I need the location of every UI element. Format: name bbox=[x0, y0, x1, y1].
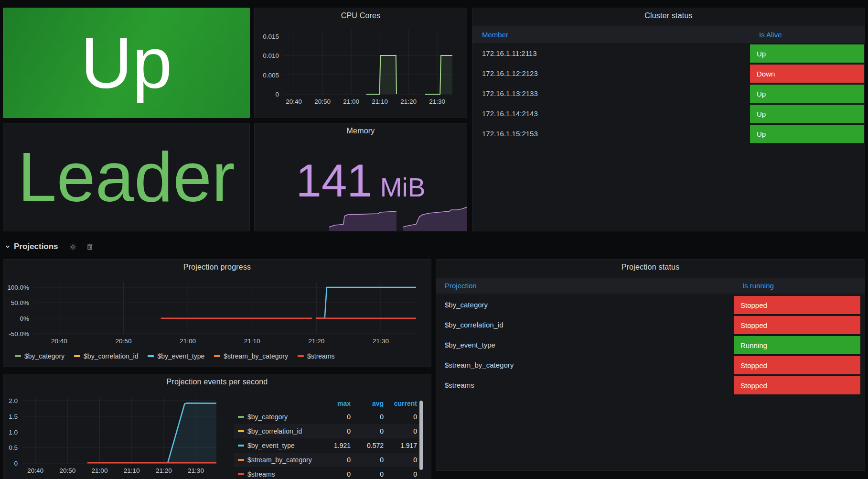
projection-cell: $by_category bbox=[445, 296, 488, 314]
legend-series-name[interactable]: $by_category bbox=[234, 413, 316, 421]
y-tick-label: 50.0% bbox=[3, 299, 29, 306]
projection-status-panel-title[interactable]: Projection status bbox=[436, 263, 865, 272]
series-color-dash bbox=[238, 445, 244, 446]
x-tick-label: 21:20 bbox=[156, 467, 172, 474]
cluster-col-is-alive[interactable]: Is Alive bbox=[759, 26, 782, 43]
x-tick-label: 21:10 bbox=[124, 467, 140, 474]
x-tick-label: 21:00 bbox=[180, 337, 196, 345]
memory-unit: MiB bbox=[380, 174, 426, 201]
legend-label: $by_category bbox=[247, 413, 288, 421]
status-badge: Up bbox=[750, 125, 864, 143]
x-tick-label: 21:20 bbox=[400, 98, 417, 105]
series-color-dash bbox=[15, 355, 21, 357]
status-badge: Down bbox=[750, 65, 864, 83]
series-color-dash bbox=[238, 459, 244, 461]
cpu-cores-panel-title[interactable]: CPU Cores bbox=[255, 11, 467, 20]
member-cell: 172.16.1.12:2123 bbox=[482, 65, 538, 83]
series-color-dash bbox=[74, 355, 80, 357]
memory-value-group: 141 MiB bbox=[255, 158, 467, 204]
up-status-panel: Up bbox=[3, 8, 250, 118]
legend-value-avg: 0 bbox=[351, 470, 384, 478]
x-tick-label: 21:30 bbox=[429, 98, 445, 105]
y-tick-label: 0 bbox=[3, 460, 18, 467]
y-tick-label: 0.010 bbox=[255, 52, 279, 59]
legend-item[interactable]: $by_category bbox=[15, 352, 64, 360]
y-tick-label: 100.0% bbox=[3, 284, 29, 291]
legend-series-name[interactable]: $by_event_type bbox=[234, 442, 316, 449]
chevron-down-icon[interactable] bbox=[5, 244, 11, 250]
projection-progress-panel-title[interactable]: Projection progress bbox=[3, 263, 431, 272]
legend-item[interactable]: $streams bbox=[298, 352, 335, 360]
status-badge: Stopped bbox=[734, 376, 860, 394]
status-badge: Stopped bbox=[734, 356, 860, 374]
x-tick-label: 21:30 bbox=[373, 337, 389, 345]
legend-label[interactable]: $by_correlation_id bbox=[84, 352, 138, 360]
legend-series-name[interactable]: $stream_by_category bbox=[234, 456, 316, 464]
memory-panel: Memory 141 MiB bbox=[254, 123, 467, 231]
memory-panel-title[interactable]: Memory bbox=[255, 127, 467, 135]
leader-panel: Leader bbox=[3, 123, 250, 231]
projection-cell: $by_correlation_id bbox=[445, 316, 504, 334]
projection-events-legend-table: maxavgcurrent$by_category000$by_correlat… bbox=[234, 397, 423, 479]
legend-label[interactable]: $by_event_type bbox=[157, 352, 204, 360]
series-color-dash bbox=[148, 355, 154, 357]
legend-col-max[interactable]: max bbox=[316, 400, 351, 407]
cluster-table-header: Member Is Alive bbox=[472, 26, 865, 43]
legend-value-current: 1.917 bbox=[384, 442, 417, 449]
gear-icon[interactable] bbox=[69, 243, 77, 251]
cluster-col-member[interactable]: Member bbox=[482, 26, 508, 43]
status-badge: Running bbox=[734, 336, 860, 354]
projection-events-panel: Projection events per second 20:4020:502… bbox=[3, 374, 431, 479]
section-title[interactable]: Projections bbox=[14, 242, 58, 251]
x-tick-label: 21:00 bbox=[343, 98, 359, 105]
legend-value-current: 0 bbox=[384, 427, 417, 435]
trash-icon[interactable] bbox=[86, 243, 94, 251]
legend-value-max: 1.921 bbox=[316, 442, 351, 449]
legend-col-avg[interactable]: avg bbox=[351, 400, 384, 407]
cpu-cores-chart[interactable]: 20:4020:5021:0021:1021:2021:3000.0050.01… bbox=[255, 8, 467, 118]
legend-value-max: 0 bbox=[316, 413, 351, 421]
legend-item[interactable]: $by_event_type bbox=[148, 352, 204, 360]
legend-label[interactable]: $stream_by_category bbox=[224, 352, 288, 360]
projection-progress-panel: Projection progress 20:4020:5021:0021:10… bbox=[3, 259, 431, 367]
legend-label: $by_correlation_id bbox=[247, 427, 302, 435]
member-cell: 172.16.1.14:2143 bbox=[482, 105, 538, 123]
projection-status-panel: Projection status Projection Is running … bbox=[436, 259, 865, 471]
legend-value-max: 0 bbox=[316, 427, 351, 435]
legend-item[interactable]: $by_correlation_id bbox=[74, 352, 138, 360]
legend-table-row: $by_event_type1.9210.5721.917 bbox=[234, 438, 423, 453]
x-tick-label: 20:50 bbox=[314, 98, 331, 105]
y-tick-label: 2.0 bbox=[3, 397, 18, 404]
projection-cell: $streams bbox=[445, 376, 474, 394]
legend-label[interactable]: $streams bbox=[307, 352, 335, 360]
projection-cell: $by_event_type bbox=[445, 336, 495, 354]
leader-value: Leader bbox=[18, 142, 235, 212]
projections-section-header[interactable]: Projections bbox=[5, 240, 94, 254]
projection-col-is-running[interactable]: Is running bbox=[742, 278, 774, 294]
y-tick-label: 0.5 bbox=[3, 444, 18, 451]
legend-label[interactable]: $by_category bbox=[24, 352, 64, 360]
projection-col-projection[interactable]: Projection bbox=[445, 278, 477, 294]
memory-value: 141 bbox=[296, 158, 373, 204]
projection-events-panel-title[interactable]: Projection events per second bbox=[3, 378, 431, 386]
legend-table-header: maxavgcurrent bbox=[234, 397, 423, 410]
legend-table-row: $by_category000 bbox=[234, 410, 423, 424]
legend-series-name[interactable]: $streams bbox=[234, 470, 316, 478]
series-color-dash bbox=[238, 430, 244, 432]
y-tick-label: 0.005 bbox=[255, 71, 279, 78]
series-color-dash bbox=[238, 416, 244, 418]
x-tick-label: 20:50 bbox=[59, 467, 75, 474]
legend-scrollbar[interactable] bbox=[419, 401, 423, 470]
cluster-status-panel-title[interactable]: Cluster status bbox=[472, 11, 865, 20]
legend-item[interactable]: $stream_by_category bbox=[214, 352, 288, 360]
x-tick-label: 20:40 bbox=[51, 337, 67, 345]
up-status-value: Up bbox=[81, 27, 172, 99]
status-badge: Stopped bbox=[734, 296, 860, 314]
projection-progress-chart[interactable]: 20:4020:5021:0021:1021:2021:30-50.0%0%50… bbox=[3, 260, 431, 367]
legend-col-current[interactable]: current bbox=[384, 400, 417, 407]
cpu-cores-panel: CPU Cores 20:4020:5021:0021:1021:2021:30… bbox=[254, 8, 467, 118]
y-tick-label: 1.0 bbox=[3, 428, 18, 435]
legend-value-avg: 0.572 bbox=[351, 442, 384, 449]
legend-series-name[interactable]: $by_correlation_id bbox=[234, 427, 316, 435]
legend-label: $by_event_type bbox=[247, 442, 295, 449]
